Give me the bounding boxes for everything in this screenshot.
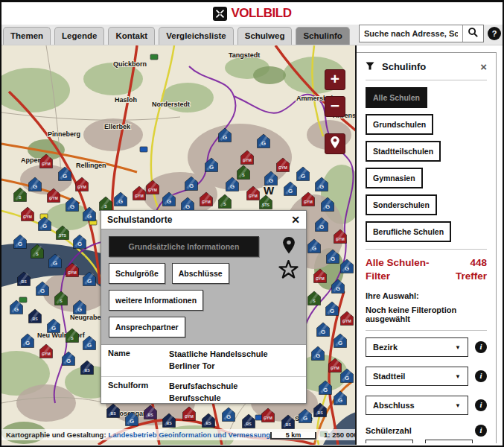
- school-marker-label: GYM: [243, 158, 252, 162]
- school-marker-label: BS: [285, 422, 291, 427]
- popup-tab-schulgroesse[interactable]: Schulgröße: [109, 263, 165, 284]
- school-marker-label: S: [71, 336, 74, 340]
- sidebar-close-icon[interactable]: ×: [480, 60, 487, 73]
- school-marker-label: G: [301, 173, 305, 180]
- filter-stadtteilschulen[interactable]: Stadtteilschulen: [366, 141, 441, 162]
- school-marker-label: BS: [84, 368, 90, 372]
- popup-pin-icon[interactable]: [280, 235, 298, 259]
- map-place-label: Appen: [21, 156, 42, 164]
- dropdown-abschluss[interactable]: Abschluss ▼: [366, 396, 468, 415]
- popup-tab-grundinfo[interactable]: Grundsätzliche Informationen: [109, 236, 259, 257]
- attribution-link[interactable]: Landesbetrieb Geoinformation und Vermess…: [109, 431, 270, 439]
- result-count-label: Treffer: [456, 270, 487, 283]
- map-place-label: Tangstedt: [229, 51, 260, 59]
- school-marker-label: GYM: [249, 194, 258, 198]
- school-marker-label: BS: [21, 279, 27, 284]
- selection-value: Noch keine Filteroption ausgewählt: [366, 305, 487, 323]
- school-marker-label: G: [51, 325, 56, 332]
- filter-grundschulen[interactable]: Grundschulen: [366, 114, 433, 135]
- school-marker-label: G: [319, 183, 324, 190]
- filter-gymnasien[interactable]: Gymnasien: [366, 168, 423, 188]
- field-value: Staatliche Handelsschule Berliner Tor: [169, 349, 299, 372]
- school-marker-label: G: [18, 241, 22, 247]
- chevron-down-icon: ▼: [455, 344, 461, 351]
- chevron-down-icon: ▼: [455, 373, 461, 380]
- school-marker-label: S: [19, 195, 22, 200]
- school-marker-label: G: [223, 134, 227, 141]
- question-icon: ?: [492, 29, 497, 38]
- school-marker-label: G: [345, 265, 349, 272]
- popup-close-icon[interactable]: ✕: [291, 214, 300, 226]
- search-box: [359, 25, 484, 42]
- school-marker-label: GYM: [77, 185, 86, 189]
- filter-result-summary: Alle Schulen-Filter 448 Treffer: [366, 256, 487, 282]
- school-marker-label: GYM: [304, 200, 313, 204]
- school-marker-label: BS: [205, 421, 211, 425]
- map-place-label: Quickborn: [113, 60, 147, 68]
- zoom-out-button[interactable]: −: [325, 96, 345, 117]
- school-marker-label: G: [226, 413, 231, 420]
- school-marker-label: G: [77, 306, 82, 313]
- school-marker-label: GYM: [342, 319, 351, 323]
- filter-alle-schulen[interactable]: Alle Schulen: [366, 87, 427, 108]
- dropdown-bezirk[interactable]: Bezirk ▼: [366, 337, 468, 357]
- tab-themen[interactable]: Themen: [3, 27, 51, 45]
- schuelerzahl-min-input[interactable]: [366, 440, 413, 443]
- info-icon[interactable]: i: [475, 341, 487, 353]
- school-marker-label: GYM: [42, 352, 51, 356]
- dropdown-stadtteil[interactable]: Stadtteil ▼: [366, 367, 468, 386]
- school-marker-label: GYM: [23, 215, 32, 219]
- filter-sonderschulen[interactable]: Sonderschulen: [366, 194, 437, 215]
- popup-title: Schulstandorte: [107, 215, 172, 225]
- school-marker-label: S: [60, 299, 63, 303]
- zoom-in-button[interactable]: +: [325, 69, 345, 90]
- school-type-filters: Alle Schulen Grundschulen Stadtteilschul…: [366, 87, 487, 242]
- info-icon[interactable]: i: [475, 370, 487, 382]
- map-scale-group: 5 km 1: 250 000: [270, 431, 357, 440]
- help-button[interactable]: ?: [488, 27, 501, 40]
- popup-favorite-star-icon[interactable]: [278, 260, 299, 282]
- search-button[interactable]: [462, 25, 483, 42]
- tab-legende[interactable]: Legende: [54, 27, 104, 45]
- map-place-label: W: [264, 184, 275, 197]
- school-marker-label: STS: [59, 233, 67, 238]
- dropdown-label: Stadtteil: [373, 372, 405, 381]
- school-marker-label: G: [312, 245, 316, 252]
- info-icon[interactable]: i: [475, 425, 487, 437]
- filter-berufliche-schulen[interactable]: Berufliche Schulen: [366, 221, 451, 242]
- table-row: Schulform Berufsfachschule Berufsschule …: [101, 377, 306, 404]
- school-marker-label: BS: [147, 413, 153, 417]
- school-marker-label: G: [14, 306, 19, 313]
- info-icon[interactable]: i: [475, 399, 487, 411]
- popup-tab-abschluesse[interactable]: Abschlüsse: [172, 263, 229, 284]
- school-marker-label: G: [33, 183, 37, 190]
- popup-tab-ansprechpartner[interactable]: Ansprechpartner: [109, 317, 185, 337]
- school-marker-label: GYM: [148, 188, 157, 192]
- school-marker-label: S: [242, 173, 245, 177]
- map-place-label: Norderstedt: [152, 101, 190, 108]
- school-marker-label: G: [87, 342, 92, 349]
- school-marker-label: GYM: [336, 237, 345, 241]
- tab-schulinfo[interactable]: Schulinfo: [296, 27, 349, 45]
- result-count: 448: [456, 256, 487, 270]
- school-marker-label: BS: [166, 421, 172, 425]
- school-marker-label: G: [321, 329, 325, 335]
- tab-kontakt[interactable]: Kontakt: [108, 27, 155, 45]
- school-marker-label: G: [53, 260, 57, 267]
- schuelerzahl-max-input[interactable]: [425, 440, 473, 443]
- popup-tab-weitere-informationen[interactable]: weitere Informationen: [109, 290, 203, 311]
- field-label: Schulform: [108, 381, 169, 404]
- map-canvas[interactable]: QuickbornHaslohNorderstedtTangstedtAmmer…: [1, 45, 357, 445]
- locate-button[interactable]: [325, 133, 345, 154]
- school-marker-label: G: [87, 213, 92, 220]
- tab-schulweg[interactable]: Schulweg: [237, 27, 293, 45]
- school-marker-label: G: [288, 188, 293, 194]
- search-input[interactable]: [360, 25, 462, 42]
- school-marker-label: GYM: [68, 270, 77, 275]
- brand-header: VOLLBILD: [1, 2, 503, 25]
- tab-vergleichsliste[interactable]: Vergleichsliste: [159, 27, 234, 45]
- school-marker-label: GYM: [135, 194, 144, 198]
- school-marker-label: G: [303, 415, 307, 422]
- school-marker-label: G: [319, 224, 324, 230]
- school-marker-label: G: [336, 285, 340, 292]
